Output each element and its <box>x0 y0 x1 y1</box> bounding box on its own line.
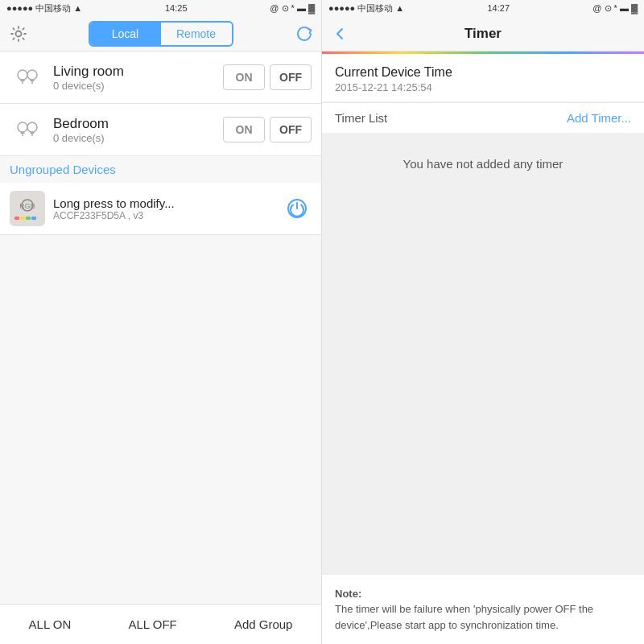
right-content: Current Device Time 2015-12-21 14:25:54 … <box>322 54 644 644</box>
living-room-controls: ON OFF <box>223 64 312 90</box>
back-button[interactable] <box>330 16 349 52</box>
current-time-section: Current Device Time 2015-12-21 14:25:54 <box>322 54 644 101</box>
living-room-devices: 0 device(s) <box>53 80 223 92</box>
segment-control: Local Remote <box>89 21 233 47</box>
living-room-icon <box>10 60 45 95</box>
svg-rect-17 <box>31 217 36 220</box>
remote-tab[interactable]: Remote <box>161 23 232 45</box>
device-thumb: RGB <box>10 191 45 226</box>
note-title: Note: <box>335 588 361 600</box>
right-time: 14:27 <box>488 3 510 13</box>
svg-rect-14 <box>14 217 19 220</box>
svg-point-7 <box>18 122 27 132</box>
bedroom-controls: ON OFF <box>223 117 312 142</box>
left-time: 14:25 <box>165 3 188 13</box>
svg-rect-11 <box>31 132 35 134</box>
svg-rect-2 <box>21 80 25 81</box>
timer-list-row: Timer List Add Timer... <box>322 102 644 133</box>
right-carrier: ●●●●● 中国移动 ▲ <box>328 2 404 14</box>
bedroom-devices: 0 device(s) <box>53 132 223 144</box>
add-timer-button[interactable]: Add Timer... <box>567 111 631 125</box>
bedroom-group: Bedroom 0 device(s) ON OFF <box>0 104 321 156</box>
svg-point-1 <box>18 70 27 80</box>
no-timer-message: You have not added any timer <box>322 133 644 195</box>
power-button[interactable] <box>283 194 312 223</box>
bedroom-icon <box>10 112 45 147</box>
local-tab[interactable]: Local <box>90 23 161 45</box>
left-status-icons: @ ⊙ * ▬ ▓ <box>270 3 315 14</box>
svg-text:RGB: RGB <box>19 202 35 210</box>
right-status-bar: ●●●●● 中国移动 ▲ 14:27 @ ⊙ * ▬ ▓ <box>322 0 644 16</box>
svg-rect-8 <box>21 132 25 134</box>
add-group-button[interactable]: Add Group <box>234 617 293 631</box>
living-room-name: Living room <box>53 64 223 80</box>
page-title: Timer <box>464 26 502 42</box>
ungrouped-header: Ungrouped Devices <box>0 156 321 183</box>
living-room-off-button[interactable]: OFF <box>270 64 312 90</box>
device-info: Long press to modify... ACCF233F5D5A , v… <box>53 196 283 221</box>
device-row: RGB Long press to modify... ACCF233F5D5A… <box>0 183 321 235</box>
right-panel: ●●●●● 中国移动 ▲ 14:27 @ ⊙ * ▬ ▓ Timer Curre… <box>322 0 644 644</box>
bedroom-off-button[interactable]: OFF <box>270 117 312 142</box>
bedroom-info: Bedroom 0 device(s) <box>53 116 223 144</box>
device-name: Long press to modify... <box>53 196 283 210</box>
note-text: Note: The timer will be failure when 'ph… <box>335 586 631 634</box>
right-status-icons: @ ⊙ * ▬ ▓ <box>592 3 638 14</box>
svg-rect-15 <box>20 217 25 220</box>
living-room-on-button[interactable]: ON <box>223 64 265 90</box>
all-on-button[interactable]: ALL ON <box>29 617 72 631</box>
left-carrier: ●●●●● 中国移动 ▲ <box>6 2 82 14</box>
note-body: The timer will be failure when 'physical… <box>335 603 593 631</box>
svg-point-10 <box>27 122 37 132</box>
svg-point-4 <box>27 70 37 80</box>
svg-rect-5 <box>31 80 35 81</box>
settings-icon[interactable] <box>6 22 31 46</box>
device-id: ACCF233F5D5A , v3 <box>53 210 283 221</box>
svg-rect-16 <box>26 217 31 220</box>
left-header: Local Remote <box>0 16 321 52</box>
refresh-icon[interactable] <box>295 16 313 52</box>
timer-list-label: Timer List <box>335 111 387 125</box>
right-header: Timer <box>322 16 644 52</box>
all-off-button[interactable]: ALL OFF <box>128 617 176 631</box>
current-time-value: 2015-12-21 14:25:54 <box>335 81 631 93</box>
note-block: Note: The timer will be failure when 'ph… <box>322 575 644 645</box>
left-footer: ALL ON ALL OFF Add Group <box>0 604 321 644</box>
living-room-info: Living room 0 device(s) <box>53 64 223 92</box>
bedroom-on-button[interactable]: ON <box>223 117 265 142</box>
current-time-label: Current Device Time <box>335 65 631 80</box>
bedroom-name: Bedroom <box>53 116 223 132</box>
svg-point-0 <box>16 31 22 36</box>
living-room-group: Living room 0 device(s) ON OFF <box>0 52 321 104</box>
left-panel: ●●●●● 中国移动 ▲ 14:25 @ ⊙ * ▬ ▓ Local Remot… <box>0 0 322 644</box>
left-status-bar: ●●●●● 中国移动 ▲ 14:25 @ ⊙ * ▬ ▓ <box>0 0 321 16</box>
